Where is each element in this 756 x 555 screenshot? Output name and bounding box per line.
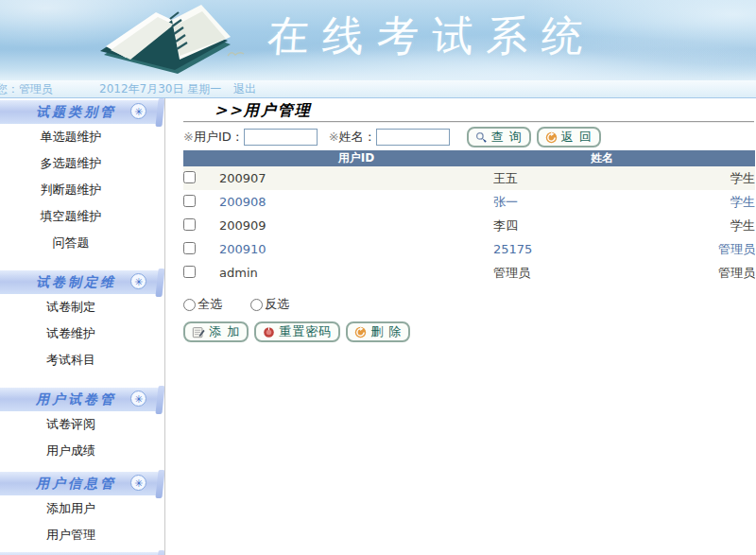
name-cell: 王五 [493, 166, 711, 190]
checkbox-column-header [183, 150, 219, 166]
sidebar-item-user-manage[interactable]: 用户管理 [0, 522, 142, 548]
sidebar-section-question-types[interactable]: 试题类别管 ✳ [0, 100, 159, 124]
delete-arrow-icon [354, 326, 367, 338]
divider [183, 121, 754, 123]
row-checkbox[interactable] [183, 195, 196, 207]
selection-controls: 全选 反选 [183, 296, 756, 313]
reset-password-button[interactable]: 重置密码 [254, 321, 340, 342]
sidebar-item-paper-maintain[interactable]: 试卷维护 [0, 321, 142, 347]
section-title: 用户信息管 [0, 476, 116, 491]
sidebar-item-user-scores[interactable]: 用户成绩 [0, 438, 142, 464]
user-id-cell: admin [219, 261, 493, 285]
action-buttons: 添 加 重置密码 删 除 [183, 321, 756, 342]
sidebar-item-single-choice[interactable]: 单选题维护 [0, 124, 142, 150]
row-checkbox[interactable] [183, 218, 196, 231]
user-table: 用户ID 姓名 200907 王五 学生 200908 张一 学生 [183, 150, 755, 285]
sidebar-item-qa[interactable]: 问答题 [0, 230, 142, 256]
type-cell: 管理员 [711, 237, 755, 261]
sidebar-item-paper-review[interactable]: 试卷评阅 [0, 411, 142, 438]
user-id-cell: 200908 [219, 190, 493, 214]
section-flower-icon: ✳ [130, 103, 146, 119]
type-cell: 学生 [711, 166, 755, 190]
query-button[interactable]: 查 询 [467, 127, 531, 147]
select-all-radio-input[interactable] [183, 299, 196, 311]
name-cell: 管理员 [493, 261, 711, 285]
user-id-cell: 200910 [219, 237, 493, 261]
welcome-text: 欢迎您：管理员 [0, 80, 53, 97]
user-id-label: 用户ID： [194, 130, 244, 144]
sidebar-item-multi-choice[interactable]: 多选题维护 [0, 150, 142, 177]
section-flower-icon: ✳ [130, 475, 146, 491]
required-mark: ※ [183, 130, 194, 144]
section-flower-icon: ✳ [130, 390, 146, 407]
table-row: 200907 王五 学生 [183, 166, 755, 190]
sidebar-item-true-false[interactable]: 判断题维护 [0, 177, 142, 203]
search-icon [475, 131, 488, 144]
table-row: 200910 25175 管理员 [183, 237, 755, 261]
sidebar-item-paper-create[interactable]: 试卷制定 [0, 294, 142, 321]
user-id-cell: 200909 [219, 214, 493, 237]
type-column-header [711, 150, 755, 166]
search-form: ※用户ID： ※姓名： 查 询 返 回 [183, 127, 754, 147]
table-row: 200908 张一 学生 [183, 190, 755, 214]
app-title: 在线考试系统 [266, 8, 598, 64]
type-cell: 管理员 [711, 261, 755, 285]
add-button[interactable]: 添 加 [183, 321, 249, 342]
name-cell: 张一 [493, 190, 711, 214]
table-row: admin 管理员 管理员 [183, 261, 755, 285]
sidebar-item-exam-subject[interactable]: 考试科目 [0, 347, 142, 373]
select-all-radio[interactable]: 全选 [183, 296, 222, 313]
user-id-cell: 200907 [219, 166, 493, 190]
name-input[interactable] [376, 129, 450, 146]
type-cell: 学生 [711, 190, 755, 214]
row-checkbox[interactable] [183, 171, 196, 183]
row-checkbox[interactable] [183, 266, 196, 278]
date-text: 2012年7月30日 星期一 [99, 80, 221, 97]
name-column-header: 姓名 [493, 150, 711, 166]
required-mark: ※ [329, 130, 339, 144]
section-title: 用户试卷管 [0, 391, 116, 407]
banner: 在线考试系统 [0, 0, 756, 80]
open-book-icon [87, 0, 252, 78]
seal-icon [263, 326, 275, 338]
user-id-column-header: 用户ID [219, 150, 493, 166]
section-title: 试卷制定维 [0, 274, 116, 289]
notepad-icon [192, 325, 205, 338]
sidebar-section-paper-making[interactable]: 试卷制定维 ✳ [0, 270, 159, 294]
invert-selection-radio-input[interactable] [250, 299, 263, 311]
table-header-row: 用户ID 姓名 [183, 150, 755, 166]
type-cell: 学生 [711, 214, 755, 237]
delete-button[interactable]: 删 除 [346, 321, 410, 342]
sidebar-item-fill-blank[interactable]: 填空题维护 [0, 203, 142, 230]
logout-link[interactable]: 退出 [233, 80, 256, 97]
sidebar: 试题类别管 ✳ 单选题维护 多选题维护 判断题维护 填空题维护 问答题 试卷制定… [0, 98, 165, 555]
name-cell: 李四 [493, 214, 711, 237]
back-arrow-icon [545, 131, 558, 144]
name-label: 姓名： [339, 130, 376, 144]
row-checkbox[interactable] [183, 242, 196, 254]
sidebar-section-user-info[interactable]: 用户信息管 ✳ [0, 472, 159, 495]
table-row: 200909 李四 学生 [183, 214, 755, 237]
main-panel: >>用户管理 ※用户ID： ※姓名： 查 询 返 回 [165, 98, 756, 555]
back-button[interactable]: 返 回 [537, 127, 601, 147]
section-flower-icon: ✳ [130, 273, 146, 289]
sidebar-item-add-user[interactable]: 添加用户 [0, 495, 142, 522]
name-cell: 25175 [493, 237, 711, 261]
invert-selection-radio[interactable]: 反选 [250, 296, 289, 313]
section-title: 试题类别管 [0, 104, 116, 119]
page-title: >>用户管理 [215, 101, 756, 119]
user-id-input[interactable] [244, 129, 318, 146]
user-status-bar: 欢迎您：管理员 2012年7月30日 星期一 退出 [0, 80, 756, 98]
bird-icon [227, 50, 246, 58]
sidebar-section-user-papers[interactable]: 用户试卷管 ✳ [0, 388, 159, 411]
